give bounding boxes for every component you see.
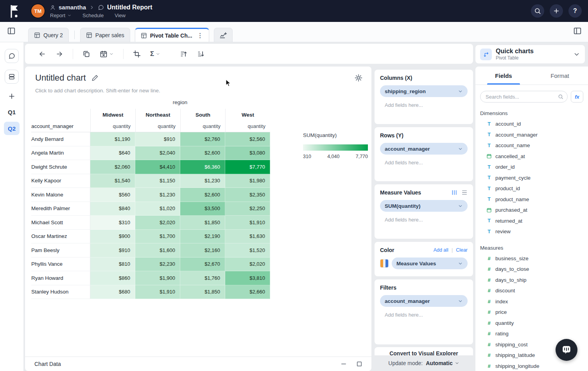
- pivot-value-cell[interactable]: $900: [90, 230, 135, 244]
- chart-title[interactable]: Untitled chart: [35, 73, 86, 83]
- pivot-value-cell[interactable]: $2,600: [180, 146, 225, 160]
- field-item[interactable]: #discount: [475, 285, 588, 296]
- pivot-value-cell[interactable]: $810: [90, 258, 135, 272]
- pivot-row-label[interactable]: Pam Beesly: [31, 243, 90, 258]
- pivot-row-label[interactable]: Andy Bernard: [31, 132, 90, 146]
- pivot-value-cell[interactable]: $4,410: [135, 160, 180, 174]
- aggregate-button[interactable]: Σ: [150, 50, 160, 58]
- pivot-row-label[interactable]: Meredith Palmer: [31, 202, 90, 216]
- tab-fields[interactable]: Fields: [475, 67, 532, 85]
- pivot-value-cell[interactable]: $2,560: [225, 132, 270, 146]
- measure-values-add-fields[interactable]: Add fields here...: [380, 217, 468, 223]
- field-item[interactable]: #price: [475, 307, 588, 318]
- duplicate-chart-button[interactable]: [82, 50, 90, 58]
- support-chat-button[interactable]: [556, 339, 577, 361]
- measure-values-pill[interactable]: SUM(quantity): [380, 200, 468, 212]
- pivot-value-cell[interactable]: $2,760: [180, 132, 225, 146]
- pivot-value-cell[interactable]: $910: [90, 243, 135, 258]
- rail-item-q2[interactable]: Q2: [4, 122, 20, 135]
- pivot-value-cell[interactable]: $1,520: [225, 243, 270, 258]
- pivot-value-cell[interactable]: $2,020: [135, 216, 180, 230]
- pivot-value-cell[interactable]: $1,540: [90, 174, 135, 188]
- edit-title-icon[interactable]: [91, 74, 99, 81]
- pivot-value-cell[interactable]: $2,160: [180, 243, 225, 258]
- tab-paper-sales[interactable]: Paper sales: [80, 28, 130, 42]
- app-logo-icon[interactable]: [9, 5, 20, 17]
- right-panel-toggle-button[interactable]: [573, 27, 582, 35]
- pivot-value-cell[interactable]: $2,040: [135, 146, 180, 160]
- pivot-value-cell[interactable]: $3,810: [225, 271, 270, 285]
- field-item[interactable]: purchased_at: [475, 205, 588, 216]
- pivot-row-label[interactable]: Dwight Schrute: [31, 160, 90, 174]
- chart-settings-gear-icon[interactable]: [354, 74, 363, 82]
- pivot-value-cell[interactable]: $1,230: [180, 174, 225, 188]
- columns-field-pill[interactable]: shipping_region: [380, 85, 468, 97]
- pivot-value-cell[interactable]: $3,500: [180, 202, 225, 216]
- pivot-row-label[interactable]: Angela Martin: [31, 146, 90, 160]
- search-button[interactable]: [531, 4, 544, 18]
- pivot-value-cell[interactable]: $310: [90, 216, 135, 230]
- pivot-value-cell[interactable]: $1,230: [135, 188, 180, 202]
- add-button[interactable]: [550, 4, 563, 18]
- pivot-value-cell[interactable]: $1,900: [135, 271, 180, 285]
- pivot-value-cell[interactable]: $1,910: [135, 285, 180, 299]
- pivot-column-header[interactable]: Northeast: [135, 109, 180, 121]
- field-item[interactable]: Treturned_at: [475, 216, 588, 227]
- pivot-row-label[interactable]: Kelly Kapoor: [31, 174, 90, 188]
- pivot-value-cell[interactable]: $840: [90, 202, 135, 216]
- rows-layout-icon[interactable]: [461, 189, 468, 196]
- expand-icon[interactable]: [356, 360, 363, 367]
- sort-descending-button[interactable]: [197, 50, 205, 58]
- pivot-value-cell[interactable]: $1,700: [135, 230, 180, 244]
- pivot-value-cell[interactable]: $1,980: [225, 174, 270, 188]
- field-item[interactable]: #rating: [475, 328, 588, 339]
- pivot-value-cell[interactable]: $7,770: [225, 160, 270, 174]
- field-item[interactable]: #days_to_ship: [475, 275, 588, 286]
- pivot-value-cell[interactable]: $2,020: [225, 258, 270, 272]
- color-clear-link[interactable]: Clear: [456, 247, 468, 253]
- undo-button[interactable]: [38, 50, 46, 58]
- search-fields-box[interactable]: [480, 91, 568, 103]
- pivot-row-label[interactable]: Phyllis Vance: [31, 258, 90, 272]
- tab-query-2[interactable]: Query 2: [28, 28, 69, 42]
- pivot-value-cell[interactable]: $2,600: [180, 188, 225, 202]
- pivot-value-cell[interactable]: $1,760: [180, 271, 225, 285]
- pivot-value-cell[interactable]: $1,150: [135, 174, 180, 188]
- comments-panel-button[interactable]: [5, 49, 19, 63]
- rows-field-pill[interactable]: account_manager: [380, 143, 468, 155]
- tab-format[interactable]: Format: [532, 67, 588, 85]
- pivot-row-label[interactable]: Oscar Martinez: [31, 230, 90, 244]
- chart-description-placeholder[interactable]: Click to add chart description. Shift-en…: [35, 88, 160, 94]
- tab-menu-icon[interactable]: ⋮: [197, 32, 203, 39]
- quick-charts-dropdown[interactable]: Quick charts Pivot Table: [475, 45, 585, 63]
- pivot-value-cell[interactable]: $2,250: [225, 202, 270, 216]
- pivot-value-cell[interactable]: $2,660: [225, 285, 270, 299]
- pivot-value-cell[interactable]: $2,230: [135, 258, 180, 272]
- pivot-column-header[interactable]: South: [180, 109, 225, 121]
- update-mode-dropdown[interactable]: Automatic: [426, 360, 459, 366]
- search-fields-input[interactable]: [486, 94, 558, 100]
- color-field-pill[interactable]: Measure Values: [392, 258, 468, 269]
- add-query-button[interactable]: [8, 92, 16, 100]
- pivot-column-header[interactable]: West: [225, 109, 270, 121]
- field-item[interactable]: Taccount_name: [475, 140, 588, 151]
- help-button[interactable]: ?: [568, 4, 582, 18]
- columns-layout-icon[interactable]: [451, 189, 457, 196]
- sort-ascending-button[interactable]: [180, 50, 188, 58]
- pivot-value-cell[interactable]: $860: [90, 271, 135, 285]
- collapse-icon[interactable]: [340, 360, 347, 367]
- pivot-row-dimension-header[interactable]: account_manager: [31, 121, 90, 132]
- field-item[interactable]: #business_size: [475, 253, 588, 264]
- pivot-value-cell[interactable]: $2,190: [180, 230, 225, 244]
- field-item[interactable]: Taccount_id: [475, 119, 588, 130]
- menu-view[interactable]: View: [115, 13, 125, 18]
- chart-data-label[interactable]: Chart Data: [34, 361, 61, 367]
- add-formula-button[interactable]: fx: [571, 91, 583, 103]
- redo-button[interactable]: [56, 50, 63, 58]
- pivot-value-cell[interactable]: $6,360: [180, 160, 225, 174]
- pivot-value-cell[interactable]: $1,850: [180, 216, 225, 230]
- filters-add-fields[interactable]: Add fields here...: [380, 312, 468, 318]
- rows-add-fields[interactable]: Add fields here...: [380, 160, 468, 166]
- pivot-value-cell[interactable]: $3,080: [225, 146, 270, 160]
- pivot-row-label[interactable]: Stanley Hudson: [31, 285, 90, 299]
